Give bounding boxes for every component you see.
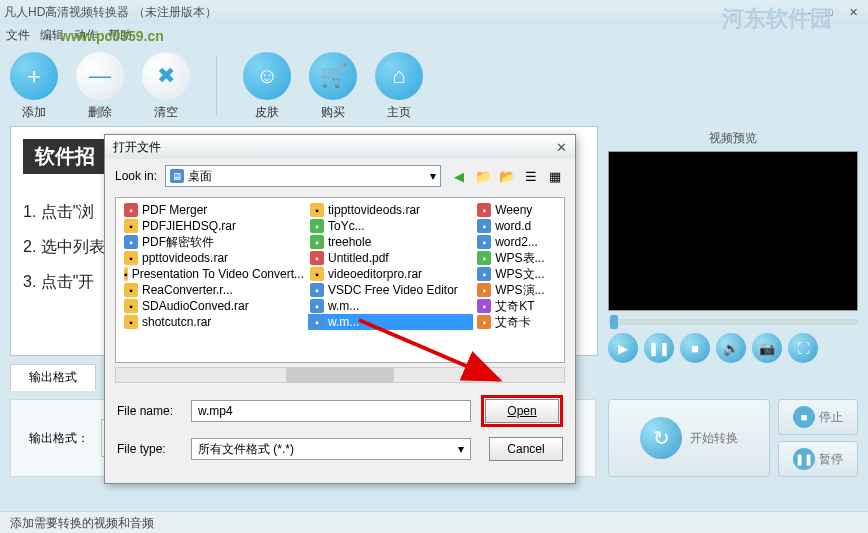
stop-convert-button[interactable]: ■停止 xyxy=(778,399,858,435)
status-bar: 添加需要转换的视频和音频 xyxy=(0,511,868,533)
file-icon: ▪ xyxy=(124,219,138,233)
file-item[interactable]: ▪ReaConverter.r... xyxy=(122,282,306,298)
stop-button[interactable]: ■ xyxy=(680,333,710,363)
filetype-combo[interactable]: 所有文件格式 (*.*)▾ xyxy=(191,438,471,460)
filename-input[interactable]: w.mp4 xyxy=(191,400,471,422)
start-convert-button[interactable]: ↻ 开始转换 xyxy=(608,399,770,477)
file-icon: ▪ xyxy=(477,219,491,233)
dialog-titlebar: 打开文件 ✕ xyxy=(105,135,575,159)
watermark-text: 河东软件园 xyxy=(722,4,832,34)
file-item[interactable]: ▪treehole xyxy=(308,234,473,250)
window-title: 凡人HD高清视频转换器 （未注册版本） xyxy=(4,4,792,21)
file-item[interactable]: ▪word2... xyxy=(475,234,556,250)
preview-panel: 视频预览 ▶ ❚❚ ■ 🔊 📷 ⛶ xyxy=(608,126,858,356)
file-item[interactable]: ▪w.m... xyxy=(308,298,473,314)
file-icon: ▪ xyxy=(477,283,491,297)
snapshot-button[interactable]: 📷 xyxy=(752,333,782,363)
file-icon: ▪ xyxy=(477,203,491,217)
file-item[interactable]: ▪VSDC Free Video Editor xyxy=(308,282,473,298)
output-format-label: 输出格式： xyxy=(29,430,89,447)
back-icon[interactable]: ◀ xyxy=(449,166,469,186)
add-button[interactable]: ＋添加 xyxy=(10,52,58,121)
lookin-label: Look in: xyxy=(115,169,157,183)
file-item[interactable]: ▪ppttovideods.rar xyxy=(122,250,306,266)
file-item[interactable]: ▪PDFJIEHDSQ.rar xyxy=(122,218,306,234)
file-icon: ▪ xyxy=(310,235,324,249)
slider-thumb[interactable] xyxy=(610,315,618,329)
file-item[interactable]: ▪WPS演... xyxy=(475,282,556,298)
file-item[interactable]: ▪WPS文... xyxy=(475,266,556,282)
file-icon: ▪ xyxy=(477,315,491,329)
new-folder-icon[interactable]: 📂 xyxy=(497,166,517,186)
home-icon: ⌂ xyxy=(375,52,423,100)
open-file-dialog: 打开文件 ✕ Look in: 🖥 桌面 ▾ ◀ 📁 📂 ☰ ▦ ▪PDF Me… xyxy=(104,134,576,484)
open-button[interactable]: Open xyxy=(485,399,559,423)
file-icon: ▪ xyxy=(124,251,138,265)
file-item[interactable]: ▪PDF解密软件 xyxy=(122,234,306,250)
close-button[interactable]: ✕ xyxy=(842,4,864,20)
pause-convert-button[interactable]: ❚❚暂停 xyxy=(778,441,858,477)
home-button[interactable]: ⌂主页 xyxy=(375,52,423,121)
menu-file[interactable]: 文件 xyxy=(6,27,30,44)
file-icon: ▪ xyxy=(124,267,128,281)
guide-header: 软件招 xyxy=(23,139,107,174)
file-item[interactable]: ▪SDAudioConved.rar xyxy=(122,298,306,314)
cart-icon: 🛒 xyxy=(309,52,357,100)
dialog-title: 打开文件 xyxy=(113,139,556,156)
smile-icon: ☺ xyxy=(243,52,291,100)
list-view-icon[interactable]: ☰ xyxy=(521,166,541,186)
file-icon: ▪ xyxy=(310,299,324,313)
main-toolbar: ＋添加 —删除 ✖清空 ☺皮肤 🛒购买 ⌂主页 xyxy=(0,46,868,126)
file-item[interactable]: ▪ToYc... xyxy=(308,218,473,234)
file-item[interactable]: ▪Untitled.pdf xyxy=(308,250,473,266)
cancel-button[interactable]: Cancel xyxy=(489,437,563,461)
file-icon: ▪ xyxy=(477,235,491,249)
dialog-close-button[interactable]: ✕ xyxy=(556,140,567,155)
pause-icon: ❚❚ xyxy=(793,448,815,470)
file-item[interactable]: ▪WPS表... xyxy=(475,250,556,266)
file-item[interactable]: ▪videoeditorpro.rar xyxy=(308,266,473,282)
file-item[interactable]: ▪Presentation To Video Convert... xyxy=(122,266,306,282)
filename-label: File name: xyxy=(117,404,181,418)
fullscreen-button[interactable]: ⛶ xyxy=(788,333,818,363)
video-preview xyxy=(608,151,858,311)
file-icon: ▪ xyxy=(310,315,324,329)
file-icon: ▪ xyxy=(477,299,491,313)
file-icon: ▪ xyxy=(477,267,491,281)
convert-icon: ↻ xyxy=(640,417,682,459)
filetype-label: File type: xyxy=(117,442,181,456)
skin-button[interactable]: ☺皮肤 xyxy=(243,52,291,121)
lookin-combo[interactable]: 🖥 桌面 ▾ xyxy=(165,165,441,187)
buy-button[interactable]: 🛒购买 xyxy=(309,52,357,121)
detail-view-icon[interactable]: ▦ xyxy=(545,166,565,186)
file-item[interactable]: ▪艾奇KT xyxy=(475,298,556,314)
file-item[interactable]: ▪word.d xyxy=(475,218,556,234)
file-item[interactable]: ▪tippttovideods.rar xyxy=(308,202,473,218)
file-item[interactable]: ▪PDF Merger xyxy=(122,202,306,218)
chevron-down-icon: ▾ xyxy=(458,442,464,456)
file-item[interactable]: ▪shotcutcn.rar xyxy=(122,314,306,330)
watermark-url: www.pc0359.cn xyxy=(60,28,164,44)
horizontal-scrollbar[interactable] xyxy=(115,367,565,383)
file-icon: ▪ xyxy=(310,219,324,233)
pause-button[interactable]: ❚❚ xyxy=(644,333,674,363)
up-folder-icon[interactable]: 📁 xyxy=(473,166,493,186)
minus-icon: — xyxy=(76,52,124,100)
file-item[interactable]: ▪艾奇卡 xyxy=(475,314,556,330)
file-icon: ▪ xyxy=(310,283,324,297)
file-icon: ▪ xyxy=(310,267,324,281)
plus-icon: ＋ xyxy=(10,52,58,100)
file-icon: ▪ xyxy=(310,251,324,265)
file-list[interactable]: ▪PDF Merger▪PDFJIEHDSQ.rar▪PDF解密软件▪pptto… xyxy=(115,197,565,363)
seek-slider[interactable] xyxy=(608,319,858,325)
volume-button[interactable]: 🔊 xyxy=(716,333,746,363)
stop-icon: ■ xyxy=(793,406,815,428)
file-item[interactable]: ▪Weeny xyxy=(475,202,556,218)
toolbar-separator xyxy=(216,56,217,116)
file-item[interactable]: ▪w.m... xyxy=(308,314,473,330)
clear-button[interactable]: ✖清空 xyxy=(142,52,190,121)
scrollbar-thumb[interactable] xyxy=(286,368,394,382)
tab-output-format[interactable]: 输出格式 xyxy=(10,364,96,391)
play-button[interactable]: ▶ xyxy=(608,333,638,363)
delete-button[interactable]: —删除 xyxy=(76,52,124,121)
